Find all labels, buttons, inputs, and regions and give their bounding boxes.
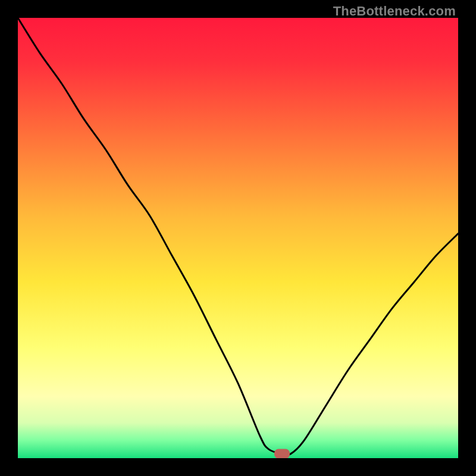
- chart-frame: TheBottleneck.com: [0, 0, 476, 476]
- bottleneck-chart: [18, 18, 458, 458]
- optimum-marker: [274, 449, 290, 458]
- plot-area: [18, 18, 458, 458]
- watermark-text: TheBottleneck.com: [333, 4, 456, 19]
- gradient-background: [18, 18, 458, 458]
